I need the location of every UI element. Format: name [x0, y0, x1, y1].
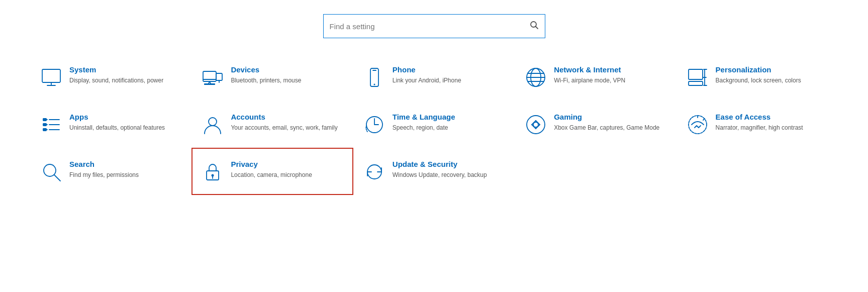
devices-text: Devices Bluetooth, printers, mouse [231, 65, 301, 85]
update-desc: Windows Update, recovery, backup [393, 171, 487, 179]
privacy-desc: Location, camera, microphone [231, 171, 312, 179]
ease-icon [687, 114, 709, 136]
setting-item-personalization[interactable]: Personalization Background, lock screen,… [677, 53, 838, 101]
svg-rect-20 [689, 81, 703, 85]
svg-rect-9 [204, 83, 215, 85]
setting-item-gaming[interactable]: Gaming Xbox Game Bar, captures, Game Mod… [515, 101, 676, 148]
ease-title: Ease of Access [716, 113, 803, 122]
setting-item-time[interactable]: Time & Language Speech, region, date [353, 101, 515, 148]
personalization-title: Personalization [716, 65, 801, 74]
setting-item-accounts[interactable]: Accounts Your accounts, email, sync, wor… [191, 101, 353, 148]
gaming-title: Gaming [554, 113, 659, 122]
svg-line-46 [54, 175, 60, 181]
setting-item-privacy[interactable]: Privacy Location, camera, microphone [191, 148, 353, 195]
accounts-title: Accounts [231, 113, 337, 122]
apps-title: Apps [69, 113, 165, 122]
phone-desc: Link your Android, iPhone [393, 76, 461, 85]
svg-rect-2 [42, 69, 60, 82]
network-icon [525, 66, 547, 88]
system-desc: Display, sound, notifications, power [69, 76, 163, 85]
search-desc: Find my files, permissions [69, 171, 139, 179]
network-title: Network & Internet [554, 65, 625, 74]
svg-rect-5 [203, 71, 216, 81]
time-title: Time & Language [393, 113, 455, 122]
setting-item-phone[interactable]: Phone Link your Android, iPhone [353, 53, 515, 101]
setting-item-system[interactable]: System Display, sound, notifications, po… [30, 53, 191, 101]
system-text: System Display, sound, notifications, po… [69, 65, 163, 85]
svg-point-34 [209, 118, 217, 126]
ease-text: Ease of Access Narrator, magnifier, high… [716, 113, 803, 132]
phone-title: Phone [393, 65, 461, 74]
setting-item-network[interactable]: Network & Internet Wi-Fi, airplane mode,… [515, 53, 676, 101]
system-icon [40, 66, 62, 88]
svg-point-36 [527, 116, 545, 134]
setting-item-search[interactable]: Search Find my files, permissions [30, 148, 191, 195]
setting-item-apps[interactable]: Apps Uninstall, defaults, optional featu… [30, 101, 191, 148]
personalization-icon [687, 66, 709, 88]
devices-icon [202, 66, 224, 88]
gaming-icon [525, 114, 547, 136]
settings-grid: System Display, sound, notifications, po… [0, 48, 868, 200]
personalization-text: Personalization Background, lock screen,… [716, 65, 801, 85]
phone-icon [363, 66, 385, 88]
svg-point-13 [373, 84, 375, 85]
apps-icon [40, 114, 62, 136]
privacy-icon [202, 161, 224, 183]
update-icon [363, 161, 385, 183]
search-icon [530, 21, 539, 32]
network-desc: Wi-Fi, airplane mode, VPN [554, 76, 625, 85]
time-desc: Speech, region, date [393, 124, 455, 132]
svg-line-44 [703, 119, 705, 120]
search-input[interactable] [330, 22, 530, 31]
gaming-text: Gaming Xbox Game Bar, captures, Game Mod… [554, 113, 659, 132]
search-box[interactable] [323, 14, 545, 38]
accounts-icon [202, 114, 224, 136]
gaming-desc: Xbox Game Bar, captures, Game Mode [554, 124, 659, 132]
svg-rect-6 [216, 73, 222, 80]
accounts-desc: Your accounts, email, sync, work, family [231, 124, 337, 132]
system-title: System [69, 65, 163, 74]
network-text: Network & Internet Wi-Fi, airplane mode,… [554, 65, 625, 85]
accounts-text: Accounts Your accounts, email, sync, wor… [231, 113, 337, 132]
setting-item-devices[interactable]: Devices Bluetooth, printers, mouse [191, 53, 353, 101]
update-title: Update & Security [393, 160, 487, 169]
personalization-desc: Background, lock screen, colors [716, 76, 801, 85]
devices-desc: Bluetooth, printers, mouse [231, 76, 301, 85]
time-text: Time & Language Speech, region, date [393, 113, 455, 132]
setting-item-update[interactable]: Update & Security Windows Update, recove… [353, 148, 515, 195]
privacy-text: Privacy Location, camera, microphone [231, 160, 312, 179]
privacy-title: Privacy [231, 160, 312, 169]
update-text: Update & Security Windows Update, recove… [393, 160, 487, 179]
ease-desc: Narrator, magnifier, high contrast [716, 124, 803, 132]
apps-desc: Uninstall, defaults, optional features [69, 124, 165, 132]
search-text: Search Find my files, permissions [69, 160, 139, 179]
svg-rect-19 [689, 69, 703, 79]
svg-line-1 [535, 27, 538, 29]
svg-point-41 [533, 122, 538, 127]
search-icon [40, 161, 62, 183]
apps-text: Apps Uninstall, defaults, optional featu… [69, 113, 165, 132]
phone-text: Phone Link your Android, iPhone [393, 65, 461, 85]
devices-title: Devices [231, 65, 301, 74]
setting-item-ease[interactable]: Ease of Access Narrator, magnifier, high… [677, 101, 838, 148]
time-icon [363, 114, 385, 136]
search-title: Search [69, 160, 139, 169]
